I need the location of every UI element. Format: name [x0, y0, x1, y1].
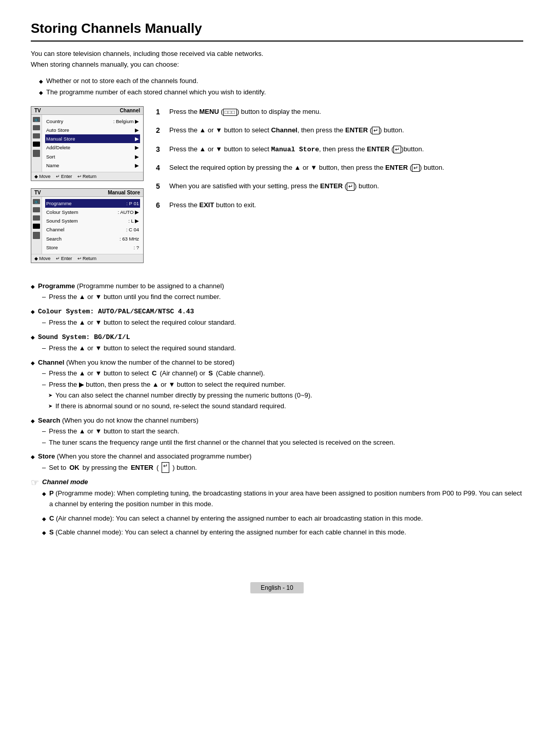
- step-4-text: Select the required option by pressing t…: [169, 162, 444, 173]
- steps-list: Press the MENU (□□□) button to display t…: [156, 106, 523, 211]
- footer-badge: English - 10: [250, 582, 303, 593]
- sub-channel-2: Press the ▶ button, then press the ▲ or …: [42, 379, 523, 390]
- channelmode-p-text: P (Programme mode): When completing tuni…: [49, 488, 523, 510]
- tv-icon2-sound: [33, 215, 40, 221]
- tv-screen2-header-right: Manual Store: [108, 190, 140, 195]
- step-2-text: Press the ▲ or ▼ button to select Channe…: [169, 125, 404, 136]
- diamond-search: ◆: [31, 417, 35, 448]
- bullet-soundsystem: ◆ Sound System: BG/DK/I/L Press the ▲ or…: [31, 331, 523, 354]
- tv-screen1-header: TV Channel: [31, 107, 143, 115]
- diamond-s: ◆: [42, 529, 46, 538]
- bullet-store-content: Store (When you store the channel and as…: [38, 451, 523, 473]
- main-content: TV Channel 📺 Country : Belgium ▶: [31, 106, 523, 270]
- enter-symbol-4: ↵: [412, 164, 420, 172]
- tv-screen2-header: TV Manual Store: [31, 189, 143, 197]
- tv-icon-sound: [33, 133, 40, 138]
- tv-footer1-move: ◆ Move: [34, 174, 51, 179]
- diamond-coloursystem: ◆: [31, 308, 35, 328]
- tv-menu-country: Country : Belgium ▶: [45, 117, 140, 126]
- tv-menu2-store: Store : ?: [45, 243, 140, 252]
- tv-footer2-move: ◆ Move: [34, 256, 51, 261]
- diamond-channel: ◆: [31, 359, 35, 412]
- tv-screen1-icons: 📺: [31, 115, 42, 172]
- intro-line1: You can store television channels, inclu…: [31, 49, 523, 59]
- note-channelmode: ☞ Channel mode ◆ P (Programme mode): Whe…: [31, 478, 523, 541]
- tv-icon2-setup: [33, 232, 40, 239]
- diamond-soundsystem: ◆: [31, 333, 35, 354]
- sub-search-2: The tuner scans the frequency range unti…: [42, 437, 523, 448]
- enter-symbol-3: ↵: [393, 146, 401, 153]
- sub-channel-1: Press the ▲ or ▼ button to select C (Air…: [42, 368, 523, 379]
- intro-block: You can store television channels, inclu…: [31, 49, 523, 70]
- tv-icon-setup: [33, 150, 40, 157]
- channelmode-c: ◆ C (Air channel mode): You can select a…: [42, 513, 523, 524]
- step-6-text: Press the EXIT button to exit.: [169, 200, 256, 211]
- bullet-programme: ◆ Programme (Programme number to be assi…: [31, 281, 523, 303]
- tv-screen-channel: TV Channel 📺 Country : Belgium ▶: [31, 106, 144, 181]
- channelmode-s-text: S (Cable channel mode): You can select a…: [49, 527, 406, 538]
- tv-menu-manualstore: Manual Store ▶: [45, 134, 140, 143]
- tv-screen-manualstore: TV Manual Store 📺 Programme : P 01: [31, 188, 144, 263]
- tv-screen1-header-right: Channel: [120, 108, 140, 113]
- menu-symbol: □□□: [223, 109, 237, 116]
- tv-screen1-header-left: TV: [34, 108, 41, 113]
- tv-icon-image: [33, 125, 40, 130]
- enter-symbol-store: ↵: [162, 462, 169, 473]
- tv-screen2-icons: 📺: [31, 197, 42, 254]
- diamond-programme: ◆: [31, 283, 35, 303]
- step-4: Select the required option by pressing t…: [156, 162, 523, 173]
- intro-bullets: Whether or not to store each of the chan…: [39, 75, 523, 98]
- tv-menu-adddelete: Add/Delete ▶: [45, 143, 140, 152]
- sub-coloursystem-1: Press the ▲ or ▼ button to select the re…: [42, 317, 523, 328]
- tv-menu-sort: Sort ▶: [45, 152, 140, 161]
- tv-icon-antenna: 📺: [33, 117, 40, 122]
- tv-screen2-header-left: TV: [34, 190, 41, 195]
- tv-screen1-body: 📺 Country : Belgium ▶ Auto Store ▶: [31, 115, 143, 172]
- tv-footer2-return: ↩ Return: [77, 256, 97, 261]
- tv-menu2-search: Search : 63 MHz: [45, 234, 140, 243]
- step-3: Press the ▲ or ▼ button to select Manual…: [156, 144, 523, 155]
- step-3-text: Press the ▲ or ▼ button to select Manual…: [169, 144, 424, 155]
- bullet-channel-content: Channel (When you know the number of the…: [38, 357, 523, 412]
- tv-screen1-menu: Country : Belgium ▶ Auto Store ▶ Manual …: [42, 115, 143, 172]
- tv-menu2-channel: Channel : C 04: [45, 225, 140, 234]
- tv-menu2-coloursystem: Colour System : AUTO ▶: [45, 208, 140, 216]
- step-5: When you are satisfied with your setting…: [156, 181, 523, 192]
- note-channelmode-content: Channel mode ◆ P (Programme mode): When …: [42, 478, 523, 541]
- step-2: Press the ▲ or ▼ button to select Channe…: [156, 125, 523, 136]
- footer-bar: English - 10: [31, 582, 523, 593]
- bullet-soundsystem-content: Sound System: BG/DK/I/L Press the ▲ or ▼…: [38, 331, 523, 354]
- intro-line2: When storing channels manually, you can …: [31, 59, 523, 70]
- intro-bullet-2: The programme number of each stored chan…: [39, 87, 523, 98]
- steps-column: Press the MENU (□□□) button to display t…: [156, 106, 523, 270]
- sub-search-1: Press the ▲ or ▼ button to start the sea…: [42, 426, 523, 436]
- bullet-coloursystem-content: Colour System: AUTO/PAL/SECAM/NTSC 4.43 …: [38, 306, 523, 328]
- tv-screen2-footer: ◆ Move ↵ Enter ↩ Return: [31, 254, 143, 263]
- step-6: Press the EXIT button to exit.: [156, 200, 523, 211]
- step-1: Press the MENU (□□□) button to display t…: [156, 106, 523, 117]
- tv-icon2-image: [33, 207, 40, 212]
- tv-footer2-enter: ↵ Enter: [56, 256, 72, 261]
- channelmode-c-text: C (Air channel mode): You can select a c…: [49, 513, 423, 524]
- tv-menu-name: Name ▶: [45, 161, 140, 170]
- diamond-c: ◆: [42, 515, 46, 524]
- step-5-text: When you are satisfied with your setting…: [169, 181, 379, 192]
- tv-menu2-programme: Programme : P 01: [45, 199, 140, 208]
- tv-footer1-return: ↩ Return: [77, 174, 97, 179]
- sub-channel-arrow-2: If there is abnormal sound or no sound, …: [48, 401, 523, 411]
- enter-symbol-2: ↵: [372, 127, 380, 134]
- bullet-search: ◆ Search (When you do not know the chann…: [31, 415, 523, 448]
- sub-store-1: Set to OK by pressing the ENTER (↵) butt…: [42, 462, 523, 473]
- tv-screen1-footer: ◆ Move ↵ Enter ↩ Return: [31, 172, 143, 181]
- channelmode-p: ◆ P (Programme mode): When completing tu…: [42, 488, 523, 510]
- bullet-search-content: Search (When you do not know the channel…: [38, 415, 523, 448]
- tv-screen2-body: 📺 Programme : P 01 Colour System : AUTO …: [31, 197, 143, 254]
- tv-icon-channel: [33, 142, 40, 147]
- tv-icon2-channel: [33, 224, 40, 229]
- bullet-channel: ◆ Channel (When you know the number of t…: [31, 357, 523, 412]
- sub-programme-1: Press the ▲ or ▼ button until you find t…: [42, 291, 523, 302]
- screens-column: TV Channel 📺 Country : Belgium ▶: [31, 106, 144, 270]
- page-title: Storing Channels Manually: [31, 21, 523, 42]
- bullet-coloursystem: ◆ Colour System: AUTO/PAL/SECAM/NTSC 4.4…: [31, 306, 523, 328]
- intro-bullet-1: Whether or not to store each of the chan…: [39, 75, 523, 87]
